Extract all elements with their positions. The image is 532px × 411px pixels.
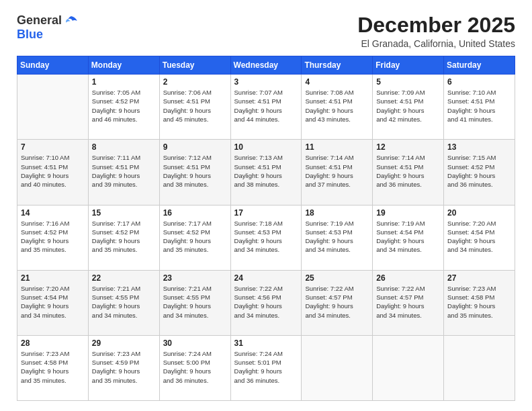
calendar-cell: 10Sunrise: 7:13 AMSunset: 4:51 PMDayligh… [230, 140, 302, 205]
weekday-header-wednesday: Wednesday [230, 56, 302, 75]
day-info: Sunrise: 7:18 AMSunset: 4:53 PMDaylight:… [234, 219, 298, 255]
day-number: 16 [163, 208, 227, 218]
calendar-cell: 18Sunrise: 7:19 AMSunset: 4:53 PMDayligh… [302, 205, 373, 270]
day-number: 31 [234, 338, 298, 348]
calendar-week-row: 1Sunrise: 7:05 AMSunset: 4:52 PMDaylight… [17, 75, 515, 140]
day-number: 18 [305, 208, 369, 218]
day-number: 5 [376, 77, 440, 87]
day-info: Sunrise: 7:23 AMSunset: 4:58 PMDaylight:… [447, 284, 511, 320]
calendar-cell [444, 335, 515, 400]
day-number: 28 [21, 338, 85, 348]
calendar-cell: 8Sunrise: 7:11 AMSunset: 4:51 PMDaylight… [88, 140, 159, 205]
calendar-cell: 28Sunrise: 7:23 AMSunset: 4:58 PMDayligh… [17, 335, 89, 400]
day-number: 15 [92, 208, 156, 218]
day-number: 20 [447, 208, 511, 218]
logo-blue-text: Blue [17, 28, 43, 42]
day-number: 19 [376, 208, 440, 218]
day-number: 1 [92, 77, 156, 87]
day-number: 9 [163, 142, 227, 152]
calendar-cell: 29Sunrise: 7:23 AMSunset: 4:59 PMDayligh… [88, 335, 159, 400]
calendar-cell: 20Sunrise: 7:20 AMSunset: 4:54 PMDayligh… [444, 205, 515, 270]
day-info: Sunrise: 7:15 AMSunset: 4:52 PMDaylight:… [447, 153, 511, 189]
weekday-header-monday: Monday [88, 56, 159, 75]
day-info: Sunrise: 7:13 AMSunset: 4:51 PMDaylight:… [234, 153, 298, 189]
calendar-week-row: 7Sunrise: 7:10 AMSunset: 4:51 PMDaylight… [17, 140, 515, 205]
day-info: Sunrise: 7:10 AMSunset: 4:51 PMDaylight:… [447, 88, 511, 124]
day-info: Sunrise: 7:22 AMSunset: 4:56 PMDaylight:… [234, 284, 298, 320]
calendar-header-row: SundayMondayTuesdayWednesdayThursdayFrid… [17, 56, 515, 75]
calendar-cell: 2Sunrise: 7:06 AMSunset: 4:51 PMDaylight… [159, 75, 230, 140]
day-info: Sunrise: 7:24 AMSunset: 5:01 PMDaylight:… [234, 349, 298, 385]
calendar-cell: 31Sunrise: 7:24 AMSunset: 5:01 PMDayligh… [230, 335, 302, 400]
calendar-table: SundayMondayTuesdayWednesdayThursdayFrid… [17, 56, 515, 401]
day-number: 12 [376, 142, 440, 152]
calendar-cell: 9Sunrise: 7:12 AMSunset: 4:51 PMDaylight… [159, 140, 230, 205]
day-info: Sunrise: 7:16 AMSunset: 4:52 PMDaylight:… [21, 219, 85, 255]
calendar-cell: 14Sunrise: 7:16 AMSunset: 4:52 PMDayligh… [17, 205, 89, 270]
calendar-cell: 12Sunrise: 7:14 AMSunset: 4:51 PMDayligh… [373, 140, 444, 205]
logo-bird-icon [64, 14, 78, 28]
calendar-cell: 21Sunrise: 7:20 AMSunset: 4:54 PMDayligh… [17, 270, 89, 335]
day-number: 21 [21, 273, 85, 283]
day-info: Sunrise: 7:08 AMSunset: 4:51 PMDaylight:… [305, 88, 369, 124]
calendar-cell: 26Sunrise: 7:22 AMSunset: 4:57 PMDayligh… [373, 270, 444, 335]
calendar-cell: 4Sunrise: 7:08 AMSunset: 4:51 PMDaylight… [302, 75, 373, 140]
day-info: Sunrise: 7:17 AMSunset: 4:52 PMDaylight:… [163, 219, 227, 255]
day-number: 29 [92, 338, 156, 348]
day-info: Sunrise: 7:20 AMSunset: 4:54 PMDaylight:… [21, 284, 85, 320]
day-info: Sunrise: 7:22 AMSunset: 4:57 PMDaylight:… [305, 284, 369, 320]
logo-general-text: General [17, 13, 62, 28]
page: General Blue December 2025 El Granada, C… [0, 0, 532, 411]
day-number: 7 [21, 142, 85, 152]
day-info: Sunrise: 7:10 AMSunset: 4:51 PMDaylight:… [21, 153, 85, 189]
day-info: Sunrise: 7:21 AMSunset: 4:55 PMDaylight:… [92, 284, 156, 320]
calendar-cell: 16Sunrise: 7:17 AMSunset: 4:52 PMDayligh… [159, 205, 230, 270]
day-info: Sunrise: 7:23 AMSunset: 4:59 PMDaylight:… [92, 349, 156, 385]
title-block: December 2025 El Granada, California, Un… [357, 13, 515, 49]
calendar-cell: 23Sunrise: 7:21 AMSunset: 4:55 PMDayligh… [159, 270, 230, 335]
logo: General Blue [17, 13, 78, 42]
calendar-cell [302, 335, 373, 400]
weekday-header-thursday: Thursday [302, 56, 373, 75]
day-info: Sunrise: 7:05 AMSunset: 4:52 PMDaylight:… [92, 88, 156, 124]
day-number: 3 [234, 77, 298, 87]
calendar-cell: 5Sunrise: 7:09 AMSunset: 4:51 PMDaylight… [373, 75, 444, 140]
day-number: 8 [92, 142, 156, 152]
day-info: Sunrise: 7:17 AMSunset: 4:52 PMDaylight:… [92, 219, 156, 255]
day-info: Sunrise: 7:21 AMSunset: 4:55 PMDaylight:… [163, 284, 227, 320]
day-number: 17 [234, 208, 298, 218]
calendar-cell: 6Sunrise: 7:10 AMSunset: 4:51 PMDaylight… [444, 75, 515, 140]
calendar-week-row: 14Sunrise: 7:16 AMSunset: 4:52 PMDayligh… [17, 205, 515, 270]
calendar-cell: 17Sunrise: 7:18 AMSunset: 4:53 PMDayligh… [230, 205, 302, 270]
day-number: 11 [305, 142, 369, 152]
day-number: 27 [447, 273, 511, 283]
header: General Blue December 2025 El Granada, C… [17, 13, 515, 49]
day-number: 10 [234, 142, 298, 152]
location-title: El Granada, California, United States [357, 38, 515, 49]
day-info: Sunrise: 7:14 AMSunset: 4:51 PMDaylight:… [376, 153, 440, 189]
day-number: 4 [305, 77, 369, 87]
calendar-cell: 7Sunrise: 7:10 AMSunset: 4:51 PMDaylight… [17, 140, 89, 205]
calendar-cell: 24Sunrise: 7:22 AMSunset: 4:56 PMDayligh… [230, 270, 302, 335]
calendar-cell: 30Sunrise: 7:24 AMSunset: 5:00 PMDayligh… [159, 335, 230, 400]
day-number: 25 [305, 273, 369, 283]
day-info: Sunrise: 7:14 AMSunset: 4:51 PMDaylight:… [305, 153, 369, 189]
weekday-header-saturday: Saturday [444, 56, 515, 75]
day-number: 26 [376, 273, 440, 283]
calendar-cell [373, 335, 444, 400]
day-number: 13 [447, 142, 511, 152]
calendar-week-row: 28Sunrise: 7:23 AMSunset: 4:58 PMDayligh… [17, 335, 515, 400]
day-info: Sunrise: 7:23 AMSunset: 4:58 PMDaylight:… [21, 349, 85, 385]
day-number: 24 [234, 273, 298, 283]
calendar-cell: 1Sunrise: 7:05 AMSunset: 4:52 PMDaylight… [88, 75, 159, 140]
day-info: Sunrise: 7:19 AMSunset: 4:54 PMDaylight:… [376, 219, 440, 255]
weekday-header-friday: Friday [373, 56, 444, 75]
calendar-cell: 25Sunrise: 7:22 AMSunset: 4:57 PMDayligh… [302, 270, 373, 335]
day-info: Sunrise: 7:09 AMSunset: 4:51 PMDaylight:… [376, 88, 440, 124]
weekday-header-sunday: Sunday [17, 56, 89, 75]
day-number: 30 [163, 338, 227, 348]
calendar-cell: 3Sunrise: 7:07 AMSunset: 4:51 PMDaylight… [230, 75, 302, 140]
day-info: Sunrise: 7:11 AMSunset: 4:51 PMDaylight:… [92, 153, 156, 189]
day-info: Sunrise: 7:19 AMSunset: 4:53 PMDaylight:… [305, 219, 369, 255]
day-number: 2 [163, 77, 227, 87]
